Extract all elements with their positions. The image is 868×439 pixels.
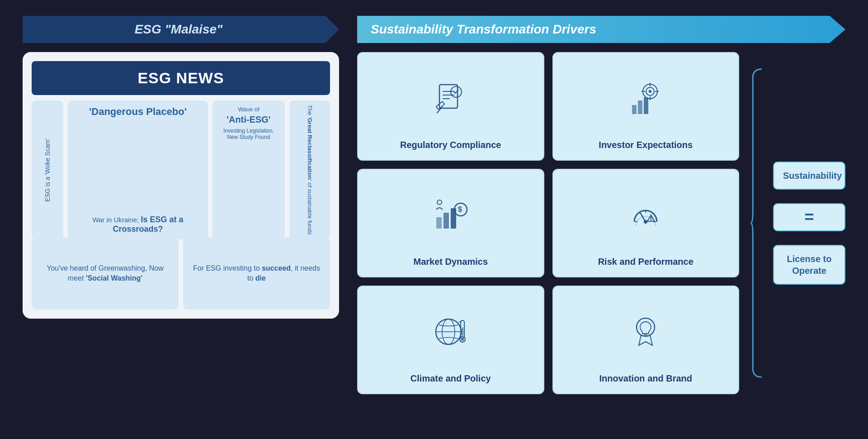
svg-rect-18 (443, 213, 449, 229)
right-content: Regulatory Compliance (357, 52, 845, 394)
outcome-boxes: Sustainability = License to Operate (773, 65, 845, 382)
left-header: ESG "Malaise" (23, 16, 339, 43)
esg-die-item: For ESG investing to succeed, it needs t… (183, 237, 330, 310)
regulatory-label: Regulatory Compliance (400, 139, 501, 151)
driver-card-risk: Risk and Performance (552, 169, 740, 277)
dangerous-placebo-text: 'Dangerous Placebo' (73, 106, 203, 118)
driver-card-innovation: Innovation and Brand (552, 286, 740, 394)
svg-point-9 (649, 90, 651, 93)
svg-rect-16 (644, 97, 648, 114)
main-container: ESG "Malaise" ESG NEWS ESG is a 'Woke Sc… (23, 16, 845, 423)
driver-card-regulatory: Regulatory Compliance (357, 52, 544, 161)
market-label: Market Dynamics (413, 256, 488, 267)
right-header: Sustainability Transformation Drivers (357, 16, 845, 43)
ukraine-text: War in Ukraine; Is ESG at a Crossroads? (73, 215, 203, 234)
news-title-box: ESG NEWS (32, 61, 330, 95)
right-panel: Sustainability Transformation Drivers (357, 16, 845, 394)
innovation-label: Innovation and Brand (599, 372, 692, 384)
investor-icon (625, 62, 666, 134)
drivers-grid: Regulatory Compliance (357, 52, 739, 394)
reclassification-text: The 'Great Reclassification' of sustaina… (307, 105, 313, 235)
outcome-panel: Sustainability = License to Operate (748, 65, 845, 382)
svg-point-29 (651, 220, 651, 220)
risk-label: Risk and Performance (598, 256, 693, 267)
innovation-icon (625, 296, 666, 368)
news-card: ESG NEWS ESG is a 'Woke Scam' 'Dangerous… (23, 52, 339, 319)
equals-sign: = (773, 203, 845, 231)
dangerous-ukraine-item: 'Dangerous Placebo' War in Ukraine; Is E… (68, 100, 208, 239)
market-icon: $ (430, 179, 471, 251)
svg-point-36 (461, 338, 464, 341)
svg-rect-15 (638, 100, 642, 114)
svg-rect-0 (439, 85, 458, 108)
risk-icon (625, 179, 666, 251)
left-panel: ESG "Malaise" ESG NEWS ESG is a 'Woke Sc… (23, 16, 339, 319)
svg-rect-14 (632, 105, 637, 114)
climate-icon (430, 296, 471, 368)
right-header-text: Sustainability Transformation Drivers (371, 22, 596, 36)
climate-label: Climate and Policy (410, 372, 491, 384)
license-box: License to Operate (773, 245, 845, 285)
woke-scam-text: ESG is a 'Woke Scam' (44, 138, 51, 202)
driver-card-market: $ Market Dynamics (357, 169, 544, 277)
investor-label: Investor Expectations (599, 139, 693, 151)
regulatory-icon (430, 62, 471, 134)
anti-esg-item: Wave of 'Anti-ESG' Investing Legislation… (212, 100, 285, 239)
woke-scam-item: ESG is a 'Woke Scam' (32, 100, 63, 239)
news-title: ESG NEWS (137, 69, 224, 86)
news-grid-bottom: You've heard of Greenwashing, Now meet '… (32, 237, 330, 310)
svg-rect-19 (451, 208, 456, 229)
reclassification-item: The 'Great Reclassification' of sustaina… (289, 100, 330, 239)
greenwashing-item: You've heard of Greenwashing, Now meet '… (32, 237, 179, 310)
svg-rect-34 (462, 327, 463, 336)
news-grid-top: ESG is a 'Woke Scam' 'Dangerous Placebo'… (32, 100, 330, 232)
left-header-text: ESG "Malaise" (135, 22, 223, 36)
svg-text:$: $ (458, 205, 462, 213)
brace-svg (748, 65, 766, 382)
sustainability-box: Sustainability (773, 162, 845, 190)
svg-point-22 (437, 200, 442, 205)
driver-card-investor: Investor Expectations (552, 52, 740, 161)
svg-rect-17 (436, 217, 442, 229)
driver-card-climate: Climate and Policy (357, 286, 544, 394)
